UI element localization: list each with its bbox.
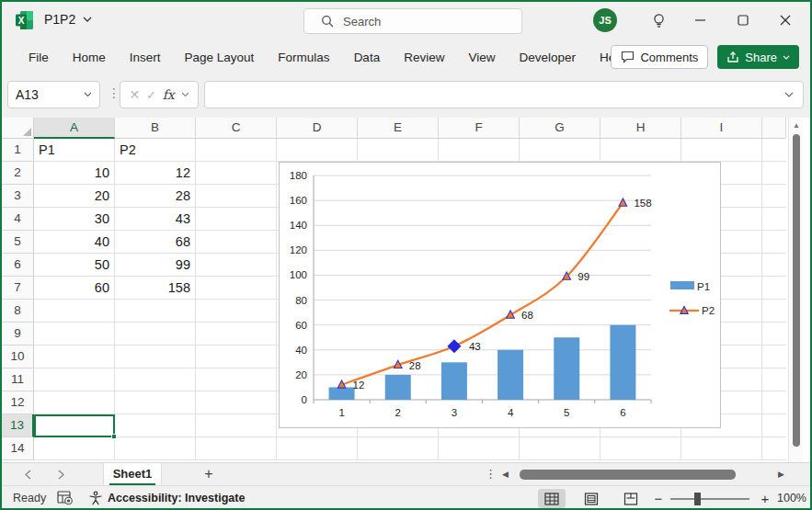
search-box[interactable]: Search [303, 8, 522, 34]
cell-B7[interactable]: 158 [115, 277, 196, 300]
formula-input[interactable] [204, 81, 804, 108]
bar-P1-3[interactable] [441, 362, 467, 400]
row-header-13[interactable]: 13 [2, 414, 34, 437]
cell-B5[interactable]: 68 [115, 231, 196, 254]
row-header-4[interactable]: 4 [2, 208, 34, 231]
cell-B3[interactable]: 28 [115, 185, 196, 208]
page-layout-view-button[interactable] [578, 489, 605, 508]
document-title[interactable]: P1P2 [44, 12, 92, 27]
scroll-up-icon[interactable]: ▲ [793, 121, 800, 130]
cell-A4[interactable]: 30 [34, 208, 115, 231]
scroll-right-icon[interactable]: ▶ [778, 470, 784, 479]
cell-B1[interactable]: P2 [115, 139, 196, 162]
close-button[interactable] [764, 0, 806, 40]
normal-view-button[interactable] [538, 489, 566, 508]
maximize-button[interactable] [722, 0, 764, 40]
formula-bar-handle[interactable]: ⋮ [108, 85, 120, 100]
vertical-scrollbar[interactable]: ▲ [788, 118, 803, 462]
menu-tab-home[interactable]: Home [61, 45, 118, 70]
row-header-5[interactable]: 5 [2, 231, 34, 254]
sheet-nav-next-icon[interactable] [50, 465, 72, 483]
selected-data-point[interactable] [447, 339, 461, 353]
row-header-8[interactable]: 8 [2, 300, 34, 323]
column-header-F[interactable]: F [439, 118, 520, 139]
cell-B2[interactable]: 12 [115, 162, 196, 185]
vertical-scroll-thumb[interactable] [793, 134, 800, 447]
column-header-D[interactable]: D [277, 118, 358, 139]
column-header-G[interactable]: G [520, 118, 600, 139]
row-header-12[interactable]: 12 [2, 391, 34, 414]
zoom-slider-track[interactable] [670, 498, 749, 500]
cell-A2[interactable]: 10 [34, 162, 115, 185]
menu-tab-developer[interactable]: Developer [507, 45, 588, 70]
page-break-preview-button[interactable] [617, 489, 645, 508]
accessibility-icon[interactable] [88, 491, 103, 505]
row-header-7[interactable]: 7 [2, 277, 34, 300]
insert-function-button[interactable]: fx [163, 87, 175, 102]
bar-P1-4[interactable] [497, 350, 523, 400]
menu-tab-view[interactable]: View [456, 45, 507, 70]
fill-handle[interactable] [111, 434, 117, 439]
column-header-partial[interactable] [762, 118, 786, 139]
zoom-level[interactable]: 100% [777, 492, 806, 504]
cell-A7[interactable]: 60 [34, 277, 115, 300]
menu-tab-review[interactable]: Review [392, 45, 456, 70]
add-sheet-button[interactable]: + [198, 465, 220, 483]
column-header-B[interactable]: B [115, 118, 196, 139]
scrollbar-resize-handle[interactable]: ⋮ [485, 467, 497, 481]
data-point-marker[interactable] [619, 198, 627, 206]
row-header-3[interactable]: 3 [2, 185, 34, 208]
selected-cell-A13[interactable] [34, 414, 115, 437]
confirm-entry-icon[interactable]: ✓ [146, 88, 156, 102]
accessibility-status[interactable]: Accessibility: Investigate [108, 492, 245, 504]
row-header-1[interactable]: 1 [2, 139, 34, 162]
column-header-H[interactable]: H [600, 118, 681, 139]
cell-B6[interactable]: 99 [115, 254, 196, 277]
bar-P1-1[interactable] [329, 387, 355, 400]
cell-A3[interactable]: 20 [34, 185, 115, 208]
menu-tab-page-layout[interactable]: Page Layout [173, 45, 267, 70]
name-box[interactable]: A13 [7, 81, 100, 108]
lightbulb-icon[interactable] [637, 0, 680, 40]
zoom-in-button[interactable]: + [756, 491, 774, 506]
bar-P1-2[interactable] [385, 375, 411, 400]
zoom-out-button[interactable]: − [649, 491, 668, 506]
row-header-10[interactable]: 10 [2, 346, 34, 368]
cell-A5[interactable]: 40 [34, 231, 115, 254]
row-header-2[interactable]: 2 [2, 162, 34, 185]
menu-tab-file[interactable]: File [17, 45, 61, 70]
select-all-corner[interactable] [2, 118, 34, 139]
cell-B4[interactable]: 43 [115, 208, 196, 231]
legend-swatch-P1[interactable] [670, 281, 694, 289]
row-header-14[interactable]: 14 [2, 437, 34, 460]
menu-tab-data[interactable]: Data [342, 45, 393, 70]
sheet-tab-sheet1[interactable]: Sheet1 [103, 463, 162, 486]
column-header-I[interactable]: I [681, 118, 762, 139]
cell-A1[interactable]: P1 [34, 139, 115, 162]
line-P2[interactable] [342, 203, 623, 385]
share-button[interactable]: Share [717, 45, 799, 69]
avatar[interactable]: JS [593, 8, 617, 32]
menu-tab-formulas[interactable]: Formulas [266, 45, 341, 70]
horizontal-scroll-thumb[interactable] [520, 470, 736, 480]
column-header-E[interactable]: E [358, 118, 439, 139]
scroll-left-icon[interactable]: ◀ [502, 470, 509, 479]
row-header-11[interactable]: 11 [2, 368, 34, 391]
row-header-6[interactable]: 6 [2, 254, 34, 277]
macro-record-icon[interactable] [57, 491, 73, 504]
column-header-A[interactable]: A [34, 118, 115, 139]
column-header-C[interactable]: C [196, 118, 277, 139]
menu-tab-insert[interactable]: Insert [118, 45, 173, 70]
bar-P1-6[interactable] [610, 325, 635, 400]
cancel-entry-icon[interactable]: ✕ [129, 87, 140, 102]
minimize-button[interactable] [680, 0, 722, 40]
comments-button[interactable]: Comments [611, 45, 708, 69]
svg-text:X: X [18, 16, 25, 26]
excel-logo-icon[interactable]: X [15, 10, 35, 30]
row-header-9[interactable]: 9 [2, 323, 34, 346]
cell-A6[interactable]: 50 [34, 254, 115, 277]
sheet-nav-prev-icon[interactable] [17, 465, 39, 483]
embedded-chart[interactable]: 0204060801001201401601801234561228436899… [279, 162, 721, 428]
bar-P1-5[interactable] [554, 337, 579, 400]
zoom-slider-handle[interactable] [694, 493, 701, 505]
